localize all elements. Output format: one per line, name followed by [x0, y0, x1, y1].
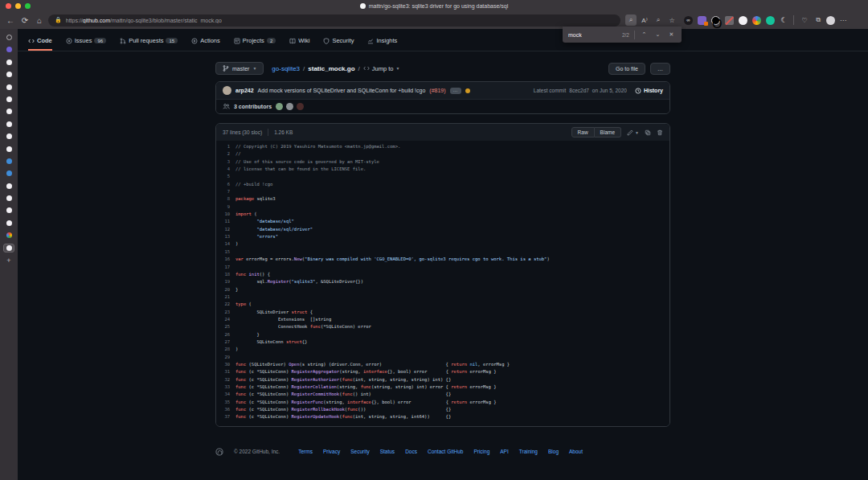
green-circle-extension-icon[interactable] — [766, 16, 775, 25]
line-number[interactable]: 34 — [216, 392, 235, 399]
footer-link-about[interactable]: About — [569, 449, 583, 454]
tab-wiki[interactable]: Wiki — [289, 37, 309, 51]
line-number[interactable]: 30 — [216, 362, 235, 369]
browser-tab-13[interactable] — [3, 182, 14, 191]
line-number[interactable]: 25 — [216, 324, 235, 331]
footer-link-pricing[interactable]: Pricing — [473, 449, 489, 454]
line-number[interactable]: 7 — [216, 189, 235, 196]
commit-description-toggle[interactable]: … — [450, 88, 461, 94]
commit-message[interactable]: Add mock versions of SQLiteDriver and SQ… — [258, 88, 426, 93]
line-number[interactable]: 19 — [216, 279, 235, 286]
line-number[interactable]: 21 — [216, 294, 235, 302]
find-previous-icon[interactable]: ⌃ — [640, 31, 649, 38]
footer-link-privacy[interactable]: Privacy — [323, 449, 340, 454]
tab-security[interactable]: Security — [323, 37, 354, 51]
line-number[interactable]: 31 — [216, 369, 235, 376]
raw-button[interactable]: Raw — [571, 127, 595, 137]
line-number[interactable]: 12 — [216, 227, 235, 234]
browser-tab-2[interactable] — [3, 45, 14, 54]
blame-button[interactable]: Blame — [595, 127, 621, 137]
delete-button[interactable] — [657, 129, 663, 136]
line-number[interactable]: 35 — [216, 400, 235, 407]
contributor-avatar-2[interactable] — [286, 103, 293, 110]
line-number[interactable]: 2 — [216, 151, 235, 158]
browser-tab-10[interactable] — [3, 145, 14, 154]
tab-insights[interactable]: Insights — [367, 37, 397, 51]
line-number[interactable]: 10 — [216, 211, 235, 219]
home-icon[interactable]: ⌂ — [32, 16, 47, 25]
line-number[interactable]: 15 — [216, 249, 235, 256]
find-close-icon[interactable]: ✕ — [667, 31, 676, 38]
footer-link-docs[interactable]: Docs — [405, 449, 417, 454]
footer-link-status[interactable]: Status — [380, 449, 395, 454]
address-bar[interactable]: 🔒 https://github.com/mattn/go-sqlite3/bl… — [48, 14, 620, 27]
colorful-extension-icon[interactable] — [752, 16, 761, 25]
browser-tab-1[interactable] — [3, 33, 14, 42]
commit-author[interactable]: arp242 — [235, 88, 254, 93]
branch-selector[interactable]: master ▼ — [215, 62, 264, 75]
copy-button[interactable] — [645, 129, 651, 136]
settings-menu-icon[interactable]: ⋯ — [837, 14, 849, 26]
tab-issues[interactable]: Issues96 — [66, 37, 106, 51]
browser-tab-8[interactable] — [3, 120, 14, 129]
black-ring-extension-icon[interactable]: O — [711, 16, 720, 25]
footer-link-contact-github[interactable]: Contact GitHub — [428, 449, 463, 454]
contributor-avatar-1[interactable] — [276, 103, 283, 110]
edit-button[interactable]: ▼ — [627, 129, 639, 136]
footer-link-api[interactable]: API — [500, 449, 508, 454]
line-number[interactable]: 17 — [216, 265, 235, 272]
line-number[interactable]: 29 — [216, 355, 235, 362]
tab-actions[interactable]: Actions — [191, 37, 220, 51]
go-to-file-button[interactable]: Go to file — [608, 63, 645, 75]
line-number[interactable]: 23 — [216, 310, 235, 317]
line-number[interactable]: 24 — [216, 317, 235, 324]
browser-tab-3[interactable] — [3, 58, 14, 67]
browser-tab-6[interactable] — [3, 95, 14, 104]
browser-tab-14[interactable] — [3, 194, 14, 203]
read-aloud-icon[interactable]: A⁾ — [639, 14, 650, 26]
history-button[interactable]: History — [635, 88, 663, 94]
zoom-icon[interactable]: ⌕ — [653, 14, 664, 26]
browser-tab-4[interactable] — [3, 70, 14, 79]
dark-circle-extension-icon[interactable]: ∞ — [684, 16, 693, 25]
tab-pull-requests[interactable]: Pull requests15 — [120, 37, 178, 51]
line-number[interactable]: 37 — [216, 414, 235, 421]
profile-avatar[interactable] — [826, 16, 835, 25]
tab-projects[interactable]: Projects2 — [234, 37, 276, 51]
browser-tab-5[interactable] — [3, 83, 14, 92]
line-number[interactable]: 32 — [216, 377, 235, 384]
tab-code[interactable]: Code — [28, 37, 52, 51]
puzzle-badge-extension-icon[interactable] — [698, 16, 706, 25]
footer-link-terms[interactable]: Terms — [298, 449, 313, 454]
line-number[interactable]: 33 — [216, 384, 235, 392]
contributor-avatar-3[interactable] — [297, 103, 304, 110]
line-number[interactable]: 16 — [216, 256, 235, 264]
line-number[interactable]: 6 — [216, 182, 235, 189]
browser-tab-12[interactable] — [3, 169, 14, 178]
collections-icon[interactable]: ⧉ — [813, 14, 824, 26]
line-number[interactable]: 4 — [216, 166, 235, 174]
browser-tab-15[interactable] — [3, 206, 14, 215]
line-number[interactable]: 1 — [216, 144, 235, 151]
line-number[interactable]: 22 — [216, 302, 235, 309]
browser-tab-18[interactable] — [3, 244, 14, 252]
footer-link-security[interactable]: Security — [350, 449, 369, 454]
new-tab-button[interactable]: + — [3, 256, 14, 265]
line-number[interactable]: 8 — [216, 196, 235, 203]
find-on-page-icon[interactable]: ⌕ — [625, 14, 637, 26]
line-number[interactable]: 11 — [216, 219, 235, 226]
find-next-icon[interactable]: ⌄ — [653, 31, 662, 38]
line-number[interactable]: 9 — [216, 204, 235, 211]
browser-tab-17[interactable] — [3, 231, 14, 240]
line-number[interactable]: 13 — [216, 234, 235, 241]
refresh-icon[interactable]: ⟳ — [18, 16, 32, 25]
find-input[interactable]: mock — [568, 32, 617, 38]
contributors-label[interactable]: 3 contributors — [234, 104, 272, 109]
white-circle-extension-icon[interactable] — [739, 16, 747, 25]
line-number[interactable]: 28 — [216, 347, 235, 354]
commit-status-icon[interactable] — [465, 88, 470, 93]
line-number[interactable]: 20 — [216, 287, 235, 294]
commit-author-avatar[interactable] — [223, 86, 231, 95]
browser-tab-16[interactable] — [3, 219, 14, 228]
browser-tab-11[interactable] — [3, 157, 14, 166]
